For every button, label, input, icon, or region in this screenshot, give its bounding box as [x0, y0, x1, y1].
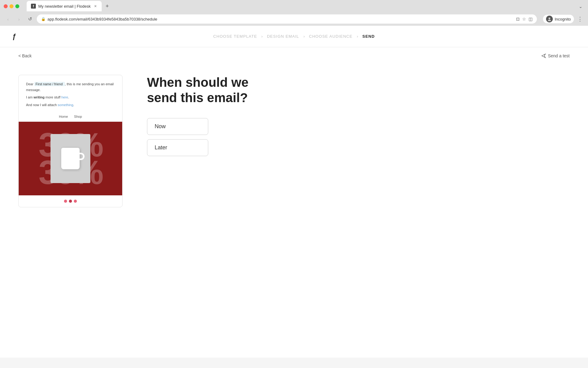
breadcrumb-choose-audience[interactable]: CHOOSE AUDIENCE	[309, 34, 352, 39]
top-nav: ƒ CHOOSE TEMPLATE › DESIGN EMAIL › CHOOS…	[0, 26, 588, 47]
mug-container	[51, 134, 90, 183]
email-line-1: Dear First name / friend , this is me se…	[26, 81, 115, 93]
maximize-window-button[interactable]	[15, 4, 19, 8]
something-link[interactable]: something	[58, 103, 73, 107]
send-question-line1: When should we	[147, 75, 248, 90]
svg-point-1	[548, 20, 551, 21]
traffic-lights	[4, 4, 19, 8]
email-line-3: And now I will attach something.	[26, 102, 115, 108]
email-footer	[19, 195, 122, 207]
email-image-section: 30% 30%	[19, 122, 122, 195]
send-question-line2: send this email?	[147, 90, 248, 105]
minimize-window-button[interactable]	[9, 4, 13, 8]
lock-icon: 🔒	[41, 17, 46, 21]
send-question-heading: When should we send this email?	[147, 75, 263, 106]
tab-title: My newsletter email | Flodesk	[38, 4, 91, 9]
footer-dot-2	[69, 200, 72, 203]
browser-menu-button[interactable]: ⋮	[576, 15, 584, 23]
email-preview: Dear First name / friend , this is me se…	[18, 75, 123, 207]
tab-favicon: f	[31, 4, 36, 9]
back-button[interactable]: < Back	[18, 53, 32, 58]
tab-close-button[interactable]: ✕	[93, 4, 97, 8]
email-nav: Home Shop	[19, 112, 122, 122]
breadcrumb-send[interactable]: SEND	[362, 34, 375, 39]
send-now-button[interactable]: Now	[147, 118, 208, 135]
mug-wrapper	[61, 148, 80, 169]
breadcrumb-choose-template[interactable]: CHOOSE TEMPLATE	[213, 34, 257, 39]
breadcrumb-sep-1: ›	[261, 34, 262, 39]
cast-icon[interactable]: ⊡	[516, 17, 520, 21]
incognito-label: Incognito	[555, 17, 571, 21]
send-test-label: Send a test	[548, 53, 570, 58]
breadcrumb-design-email[interactable]: DESIGN EMAIL	[267, 34, 299, 39]
address-bar[interactable]: 🔒 app.flodesk.com/email/6343b9334fe5843b…	[37, 14, 537, 24]
email-nav-home: Home	[59, 115, 68, 118]
footer-dot-1	[64, 200, 67, 203]
breadcrumb: CHOOSE TEMPLATE › DESIGN EMAIL › CHOOSE …	[213, 34, 375, 39]
app-logo[interactable]: ƒ	[12, 33, 16, 40]
forward-nav-button[interactable]: ›	[15, 15, 23, 23]
merge-tag: First name / friend	[34, 82, 65, 86]
here-link[interactable]: here	[61, 95, 68, 99]
mug-image	[61, 148, 80, 169]
send-test-button[interactable]: Send a test	[541, 53, 570, 58]
window-controls-icon: ⌄	[579, 4, 582, 9]
close-window-button[interactable]	[4, 4, 8, 8]
email-text-section: Dear First name / friend , this is me se…	[19, 75, 122, 112]
send-option-buttons: Now Later	[147, 118, 570, 156]
email-line-2: I am writing more stuff here.	[26, 94, 115, 100]
incognito-button[interactable]: Incognito	[543, 15, 574, 23]
reload-button[interactable]: ↺	[26, 15, 34, 23]
back-nav-button[interactable]: ‹	[4, 15, 12, 23]
address-text: app.flodesk.com/email/6343b9334fe5843ba5…	[47, 17, 157, 21]
breadcrumb-sep-2: ›	[303, 34, 305, 39]
new-tab-button[interactable]: +	[103, 2, 111, 10]
footer-dot-3	[74, 200, 77, 203]
bookmark-icon[interactable]: ☆	[522, 17, 526, 21]
mug-background-card	[51, 134, 90, 183]
svg-point-0	[548, 17, 550, 19]
breadcrumb-sep-3: ›	[357, 34, 358, 39]
email-nav-shop: Shop	[74, 115, 82, 118]
mug-handle	[79, 153, 85, 160]
page-body: Dear First name / friend , this is me se…	[0, 47, 588, 217]
send-later-button[interactable]: Later	[147, 139, 208, 156]
send-test-icon	[541, 53, 546, 58]
right-panel: When should we send this email? Now Late…	[147, 56, 570, 156]
browser-tab[interactable]: f My newsletter email | Flodesk ✕	[27, 1, 102, 11]
incognito-avatar	[546, 16, 553, 22]
profile-icon[interactable]: ◫	[529, 17, 533, 21]
